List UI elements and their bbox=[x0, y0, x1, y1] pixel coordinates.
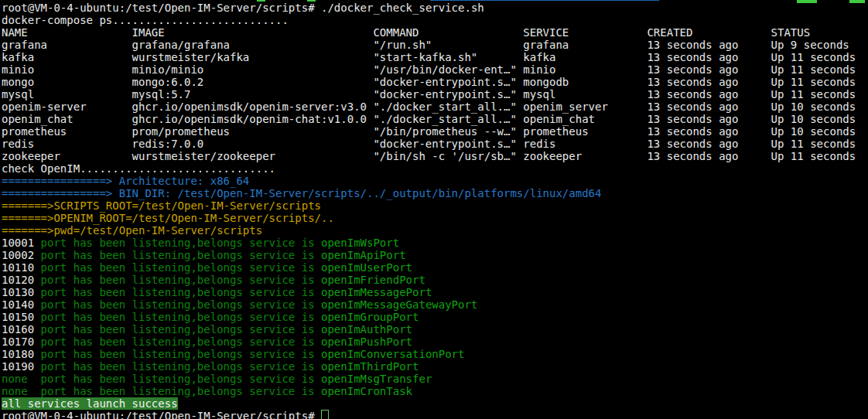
shell-prompt: root@VM-0-4-ubuntu:/test/Open-IM-Server/… bbox=[2, 2, 321, 14]
port-check-line: 10110 port has been listening,belongs se… bbox=[2, 261, 412, 274]
shell-prompt: root@VM-0-4-ubuntu:/test/Open-IM-Server/… bbox=[2, 410, 321, 419]
port-number: 10120 bbox=[2, 274, 41, 286]
text-segment: check OpenIM............................… bbox=[2, 162, 275, 175]
docker-ps-header-row: NAME IMAGE COMMAND SERVICE CREATED STATU… bbox=[2, 26, 810, 39]
port-check-line: 10160 port has been listening,belongs se… bbox=[2, 323, 412, 336]
text-segment: ================> Architecture: x86_64 bbox=[2, 175, 249, 187]
container-row: prometheus prom/prometheus "/bin/prometh… bbox=[2, 125, 856, 138]
port-check-line: none port has been listening,belongs ser… bbox=[2, 385, 412, 397]
terminal-window[interactable]: { "colors": { "background": "#000000", "… bbox=[0, 0, 868, 419]
port-number: 10110 bbox=[2, 261, 41, 274]
text-segment: ================> BIN_DIR: /test/Open-IM… bbox=[2, 187, 601, 199]
port-check-line: 10130 port has been listening,belongs se… bbox=[2, 286, 432, 298]
port-check-message: port has been listening,belongs service … bbox=[41, 323, 321, 336]
docker-ps-row: zookeeper wurstmeister/zookeeper "/bin/s… bbox=[2, 150, 856, 162]
container-row: openim-server ghcr.io/openimsdk/openim-s… bbox=[2, 100, 856, 113]
port-check-message: port has been listening,belongs service … bbox=[41, 348, 321, 360]
docker-ps-row: mongo mongo:6.0.2 "docker-entrypoint.s…"… bbox=[2, 76, 856, 88]
port-number: 10170 bbox=[2, 336, 41, 348]
service-name: openImWsPort bbox=[321, 237, 399, 249]
text-segment: docker-compose ps.......................… bbox=[2, 14, 289, 26]
port-check-line: 10001 port has been listening,belongs se… bbox=[2, 237, 399, 249]
container-row: redis redis:7.0.0 "docker-entrypoint.s…"… bbox=[2, 138, 856, 150]
port-check-message: port has been listening,belongs service … bbox=[41, 237, 321, 249]
port-number: 10001 bbox=[2, 237, 41, 249]
bin-dir-line: ================> BIN_DIR: /test/Open-IM… bbox=[2, 187, 601, 199]
docker-ps-row: openim_chat ghcr.io/openimsdk/openim-cha… bbox=[2, 113, 856, 125]
service-name: openImThirdPort bbox=[321, 360, 419, 373]
service-name: openImPushPort bbox=[321, 336, 412, 348]
service-name: openImMsgTransfer bbox=[321, 373, 432, 385]
text-segment: =======>OPENIM_ROOT=/test/Open-IM-Server… bbox=[2, 212, 334, 224]
port-check-message: port has been listening,belongs service … bbox=[41, 274, 321, 286]
service-name: openImConversationPort bbox=[321, 348, 464, 360]
service-name: openImCronTask bbox=[321, 385, 412, 397]
port-check-line: 10150 port has been listening,belongs se… bbox=[2, 311, 419, 323]
port-check-message: port has been listening,belongs service … bbox=[41, 311, 321, 323]
port-number: 10180 bbox=[2, 348, 41, 360]
text-remnant bbox=[430, 0, 659, 1]
terminal-output: root@VM-0-4-ubuntu:/test/Open-IM-Server/… bbox=[2, 2, 856, 419]
text-segment: =======>pwd=/test/Open-IM-Server/scripts bbox=[2, 224, 262, 237]
port-check-line: 10180 port has been listening,belongs se… bbox=[2, 348, 464, 360]
port-check-message: port has been listening,belongs service … bbox=[41, 286, 321, 298]
port-check-message: port has been listening,belongs service … bbox=[41, 336, 321, 348]
port-check-line: none port has been listening,belongs ser… bbox=[2, 373, 432, 385]
port-check-message: port has been listening,belongs service … bbox=[41, 261, 321, 274]
port-number: 10002 bbox=[2, 249, 41, 261]
architecture-line: ================> Architecture: x86_64 bbox=[2, 175, 249, 187]
shell-prompt-line: root@VM-0-4-ubuntu:/test/Open-IM-Server/… bbox=[2, 2, 484, 14]
container-row: mongo mongo:6.0.2 "docker-entrypoint.s…"… bbox=[2, 76, 856, 88]
docker-ps-row: prometheus prom/prometheus "/bin/prometh… bbox=[2, 125, 856, 138]
final-prompt-line: root@VM-0-4-ubuntu:/test/Open-IM-Server/… bbox=[2, 410, 329, 419]
docker-ps-row: kafka wurstmeister/kafka "start-kafka.sh… bbox=[2, 51, 856, 63]
port-check-message: port has been listening,belongs service … bbox=[41, 373, 321, 385]
column-headers: NAME IMAGE COMMAND SERVICE CREATED STATU… bbox=[2, 26, 810, 39]
service-name: openImApiPort bbox=[321, 249, 406, 261]
port-number: none bbox=[2, 385, 41, 397]
docker-ps-row: openim-server ghcr.io/openimsdk/openim-s… bbox=[2, 100, 856, 113]
docker-ps-row: mysql mysql:5.7 "docker-entrypoint.s…" m… bbox=[2, 88, 856, 100]
env-var-line: =======>OPENIM_ROOT=/test/Open-IM-Server… bbox=[2, 212, 334, 224]
env-var-line: =======>SCRIPTS_ROOT=/test/Open-IM-Serve… bbox=[2, 199, 321, 212]
port-check-line: 10120 port has been listening,belongs se… bbox=[2, 274, 425, 286]
service-name: openImMessagePort bbox=[321, 286, 432, 298]
port-check-message: port has been listening,belongs service … bbox=[41, 298, 321, 311]
service-name: openImMessageGatewayPort bbox=[321, 298, 477, 311]
port-check-line: 10140 port has been listening,belongs se… bbox=[2, 298, 477, 311]
port-check-message: port has been listening,belongs service … bbox=[41, 360, 321, 373]
docker-compose-command-line: docker-compose ps.......................… bbox=[2, 14, 289, 26]
docker-ps-row: redis redis:7.0.0 "docker-entrypoint.s…"… bbox=[2, 138, 856, 150]
text-segment: =======>SCRIPTS_ROOT=/test/Open-IM-Serve… bbox=[2, 199, 321, 212]
port-check-line: 10170 port has been listening,belongs se… bbox=[2, 336, 412, 348]
env-var-line: =======>pwd=/test/Open-IM-Server/scripts bbox=[2, 224, 262, 237]
success-line: all services launch success bbox=[2, 397, 178, 410]
docker-ps-row: grafana grafana/grafana "/run.sh" grafan… bbox=[2, 39, 849, 51]
service-name: openImGroupPort bbox=[321, 311, 419, 323]
container-row: zookeeper wurstmeister/zookeeper "/bin/s… bbox=[2, 150, 856, 162]
service-name: openImAuthPort bbox=[321, 323, 412, 336]
container-row: kafka wurstmeister/kafka "start-kafka.sh… bbox=[2, 51, 856, 63]
port-number: 10160 bbox=[2, 323, 41, 336]
terminal-cursor bbox=[321, 410, 329, 419]
check-openim-line: check OpenIM............................… bbox=[2, 162, 275, 175]
container-row: minio minio/minio "/usr/bin/docker-ent…"… bbox=[2, 63, 856, 76]
container-row: grafana grafana/grafana "/run.sh" grafan… bbox=[2, 39, 849, 51]
port-number: 10140 bbox=[2, 298, 41, 311]
docker-ps-row: minio minio/minio "/usr/bin/docker-ent…"… bbox=[2, 63, 856, 76]
success-message: all services launch success bbox=[2, 397, 178, 410]
port-number: 10130 bbox=[2, 286, 41, 298]
port-check-message: port has been listening,belongs service … bbox=[41, 249, 321, 261]
service-name: openImFriendPort bbox=[321, 274, 425, 286]
port-check-line: 10190 port has been listening,belongs se… bbox=[2, 360, 419, 373]
port-check-message: port has been listening,belongs service … bbox=[41, 385, 321, 397]
shell-command: ./docker_check_service.sh bbox=[321, 2, 484, 14]
port-number: 10150 bbox=[2, 311, 41, 323]
container-row: openim_chat ghcr.io/openimsdk/openim-cha… bbox=[2, 113, 856, 125]
port-number: 10190 bbox=[2, 360, 41, 373]
port-number: none bbox=[2, 373, 41, 385]
container-row: mysql mysql:5.7 "docker-entrypoint.s…" m… bbox=[2, 88, 856, 100]
port-check-line: 10002 port has been listening,belongs se… bbox=[2, 249, 406, 261]
service-name: openImUserPort bbox=[321, 261, 412, 274]
